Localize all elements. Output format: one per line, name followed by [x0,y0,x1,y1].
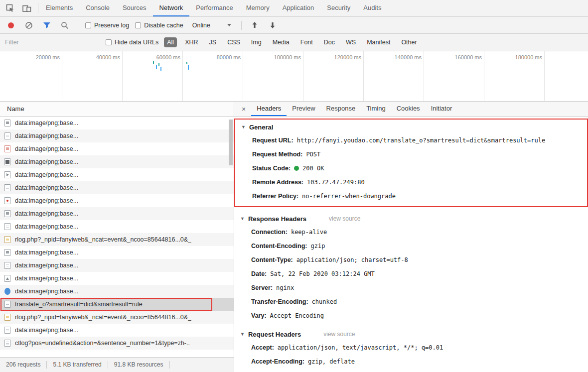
name-column-header[interactable]: Name [0,102,234,117]
network-main-area: Name data:image/png;base... data:image/p… [0,102,588,372]
inspect-element-icon[interactable] [4,2,16,14]
request-row[interactable]: data:image/png;base... [0,129,234,142]
type-filter-js[interactable]: JS [206,37,220,47]
type-filter-img[interactable]: Img [248,37,265,47]
request-row[interactable]: data:image/png;base... [0,194,234,207]
request-row[interactable]: data:image/png;base... [0,181,234,194]
device-toolbar-icon[interactable] [21,2,33,14]
request-row[interactable]: ctlog?pos=undefined&action=&sentence_num… [0,337,234,350]
request-row[interactable]: data:image/png;base... [0,155,234,168]
request-row[interactable]: rlog.php?_npid=fanyiweb&_ncat=event&_nco… [0,311,234,324]
request-row[interactable]: data:image/png;base... [0,324,234,337]
clear-network-log-icon[interactable] [23,19,35,31]
throttling-dropdown[interactable]: Online [189,20,234,30]
preserve-log-checkbox[interactable] [85,22,91,28]
headers-detail-body: ▼ General Request URL:http://fanyi.youda… [234,117,588,372]
type-filter-xhr[interactable]: XHR [182,37,201,47]
tab-initiator[interactable]: Initiator [426,102,458,116]
request-row[interactable]: data:image/png;base... [0,142,234,155]
filter-funnel-icon[interactable] [41,19,53,31]
request-row[interactable]: data:image/png;base... [0,285,234,298]
record-network-log-icon[interactable] [5,19,17,31]
type-filter-all[interactable]: All [164,37,177,47]
tab-elements[interactable]: Elements [39,0,79,16]
view-source-link[interactable]: view source [329,215,360,222]
tab-timing[interactable]: Timing [361,102,391,116]
timeline-segment: 140000 ms [364,51,424,101]
type-filter-manifest[interactable]: Manifest [364,37,393,47]
timeline-segment: 180000 ms [484,51,545,101]
header-line: Transfer-Encoding:chunked [234,295,588,309]
request-row[interactable]: data:image/png;base... [0,168,234,181]
tab-audits[interactable]: Audits [357,0,388,16]
disable-cache-toggle[interactable]: Disable cache [135,22,183,29]
devtools-tool-icons [0,0,37,16]
header-line: Date:Sat, 22 Feb 2020 03:12:24 GMT [234,267,588,281]
divider [38,3,38,13]
tab-memory[interactable]: Memory [240,0,276,16]
vertical-scrollbar-thumb[interactable] [229,120,233,165]
type-filter-media[interactable]: Media [270,37,293,47]
header-line: Status Code:200 OK [235,161,587,175]
header-key: Accept: [251,341,274,355]
close-icon[interactable]: × [236,105,251,113]
header-line: Content-Encoding:gzip [234,239,588,253]
hide-data-urls-toggle[interactable]: Hide data URLs [106,39,158,46]
request-name: data:image/png;base... [15,171,78,178]
tab-security[interactable]: Security [320,0,357,16]
divider [78,21,78,30]
header-key: Status Code: [252,161,291,175]
network-overview-timeline[interactable]: 20000 ms 40000 ms 60000 ms 80000 ms 1000… [0,51,588,102]
tab-headers[interactable]: Headers [251,102,287,116]
request-details-panel: × Headers Preview Response Timing Cookie… [234,102,588,372]
type-filter-font[interactable]: Font [297,37,316,47]
transferred-size: 5.1 KB transferred [47,361,108,369]
request-row[interactable]: data:image/png;base... [0,272,234,285]
tab-performance[interactable]: Performance [189,0,239,16]
timeline-segment: 2000 [545,51,588,101]
general-section-header[interactable]: ▼ General [235,121,587,133]
header-line: Accept-Language:zh-CN,zh;q=0.9 [234,369,588,372]
timeline-label: 180000 ms [515,54,542,60]
search-icon[interactable] [59,19,71,31]
request-row[interactable]: data:image/png;base... [0,117,234,129]
request-row[interactable]: data:image/png;base... [0,220,234,233]
response-headers-section-header[interactable]: ▼ Response Headers view source [234,212,588,225]
header-value: Accept-Encoding [270,309,324,323]
type-filter-css[interactable]: CSS [224,37,243,47]
filter-input[interactable] [5,39,102,46]
tab-response[interactable]: Response [321,102,361,116]
hide-data-urls-checkbox[interactable] [106,39,112,45]
type-filter-doc[interactable]: Doc [321,37,338,47]
header-key: Remote Address: [252,175,303,189]
type-filter-ws[interactable]: WS [343,37,359,47]
tab-network[interactable]: Network [153,0,190,16]
page-file-icon [4,184,10,191]
type-filter-other[interactable]: Other [398,37,420,47]
preserve-log-toggle[interactable]: Preserve log [85,22,129,29]
request-row[interactable]: data:image/png;base... [0,246,234,259]
requests-count: 206 requests [0,361,47,369]
request-row-selected[interactable]: translate_o?smartresult=dict&smartresult… [0,298,234,311]
header-line: Server:nginx [234,281,588,295]
timeline-label: 20000 ms [36,54,60,60]
request-name: data:image/png;base... [15,249,78,256]
export-har-icon[interactable] [267,19,279,31]
header-line: Accept-Encoding:gzip, deflate [234,355,588,369]
header-key: Vary: [251,309,267,323]
tab-cookies[interactable]: Cookies [391,102,426,116]
response-headers-section: ▼ Response Headers view source Connectio… [234,212,588,323]
header-value: nginx [276,281,294,295]
request-row[interactable]: rlog.php?_npid=fanyiweb&_ncat=event&_nco… [0,233,234,246]
disable-cache-checkbox[interactable] [135,22,141,28]
request-headers-section-header[interactable]: ▼ Request Headers view source [234,328,588,341]
tab-console[interactable]: Console [79,0,116,16]
tab-application[interactable]: Application [276,0,321,16]
tab-sources[interactable]: Sources [116,0,153,16]
view-source-link[interactable]: view source [323,331,355,338]
tab-preview[interactable]: Preview [287,102,320,116]
request-row[interactable]: data:image/png;base... [0,207,234,220]
import-har-icon[interactable] [249,19,261,31]
header-key: Referrer Policy: [252,189,298,203]
request-row[interactable]: data:image/png;base... [0,259,234,272]
